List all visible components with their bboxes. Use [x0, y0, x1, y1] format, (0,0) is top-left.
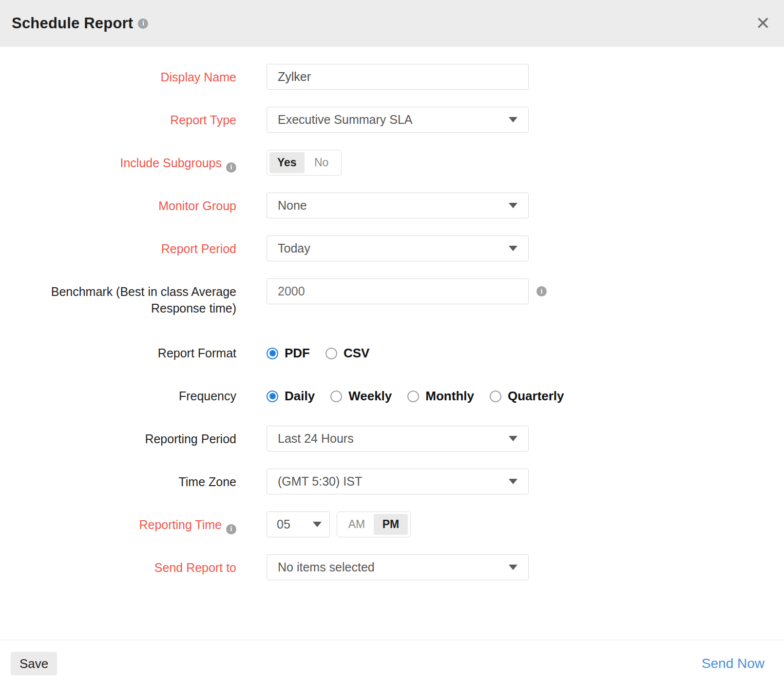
display-name-input[interactable]: Zylker [267, 64, 529, 90]
chevron-down-icon [509, 203, 517, 208]
benchmark-input[interactable]: 2000 [267, 278, 529, 304]
reporting-period-select[interactable]: Last 24 Hours [267, 426, 529, 451]
page-title: Schedule Report [12, 15, 133, 32]
time-zone-label: Time Zone [0, 469, 236, 490]
report-type-row: Report Type Executive Summary SLA [0, 107, 784, 133]
chevron-down-icon [313, 522, 322, 527]
radio-icon [267, 391, 278, 402]
frequency-row: Frequency Daily Weekly Monthly Quarterly [0, 383, 784, 409]
report-format-radios: PDF CSV [267, 340, 369, 361]
radio-icon [407, 391, 419, 402]
include-subgroups-label: Include Subgroupsi [0, 150, 236, 173]
radio-icon [490, 391, 501, 402]
report-type-select[interactable]: Executive Summary SLA [267, 107, 529, 133]
send-report-to-select[interactable]: No items selected [267, 554, 529, 580]
frequency-label: Frequency [0, 383, 236, 404]
report-format-row: Report Format PDF CSV [0, 340, 784, 366]
reporting-period-value: Last 24 Hours [278, 432, 354, 446]
benchmark-value: 2000 [278, 284, 305, 298]
close-icon[interactable]: ✕ [756, 15, 770, 32]
reporting-period-row: Reporting Period Last 24 Hours [0, 426, 784, 451]
display-name-label: Display Name [0, 64, 236, 85]
chevron-down-icon [509, 246, 517, 251]
chevron-down-icon [509, 479, 517, 484]
report-format-pdf-radio[interactable]: PDF [267, 346, 310, 361]
time-zone-value: (GMT 5:30) IST [278, 474, 362, 489]
reporting-time-hour-value: 05 [277, 517, 290, 531]
send-now-link[interactable]: Send Now [702, 656, 765, 671]
reporting-time-hour-select[interactable]: 05 [267, 511, 330, 537]
radio-icon [325, 348, 337, 359]
modal-header: Schedule Report i ✕ [0, 0, 784, 47]
pm-option[interactable]: PM [374, 514, 408, 535]
frequency-quarterly-radio[interactable]: Quarterly [490, 389, 564, 404]
monitor-group-value: None [278, 198, 307, 213]
schedule-report-form: Display Name Zylker Report Type Executiv… [0, 47, 784, 580]
info-icon[interactable]: i [138, 19, 148, 29]
report-period-row: Report Period Today [0, 236, 784, 261]
frequency-monthly-radio[interactable]: Monthly [407, 389, 474, 404]
display-name-value: Zylker [278, 70, 311, 84]
reporting-period-label: Reporting Period [0, 426, 236, 447]
chevron-down-icon [509, 565, 517, 570]
report-period-label: Report Period [0, 236, 236, 257]
info-icon[interactable]: i [536, 286, 547, 296]
include-subgroups-toggle: Yes No [267, 150, 342, 176]
report-format-csv-radio[interactable]: CSV [325, 346, 369, 361]
am-pm-toggle: AM PM [337, 511, 411, 537]
send-report-to-row: Send Report to No items selected [0, 554, 784, 580]
include-subgroups-no[interactable]: No [305, 152, 339, 173]
reporting-time-label: Reporting Timei [0, 511, 236, 534]
report-type-value: Executive Summary SLA [278, 113, 413, 127]
am-option[interactable]: AM [340, 514, 374, 535]
monitor-group-label: Monitor Group [0, 193, 236, 214]
radio-icon [330, 391, 342, 402]
info-icon[interactable]: i [226, 162, 236, 173]
info-icon[interactable]: i [226, 524, 236, 534]
modal-footer: Save Send Now [0, 640, 784, 687]
chevron-down-icon [509, 436, 517, 441]
frequency-daily-radio[interactable]: Daily [267, 389, 315, 404]
display-name-row: Display Name Zylker [0, 64, 784, 90]
include-subgroups-yes[interactable]: Yes [269, 152, 305, 173]
frequency-weekly-radio[interactable]: Weekly [330, 389, 392, 404]
time-zone-select[interactable]: (GMT 5:30) IST [267, 469, 529, 494]
chevron-down-icon [509, 117, 517, 122]
report-type-label: Report Type [0, 107, 236, 128]
benchmark-label: Benchmark (Best in class Average Respons… [0, 278, 236, 316]
radio-icon [267, 348, 278, 359]
report-period-select[interactable]: Today [267, 236, 529, 261]
report-period-value: Today [278, 241, 310, 255]
report-format-label: Report Format [0, 340, 236, 361]
save-button[interactable]: Save [11, 652, 57, 675]
time-zone-row: Time Zone (GMT 5:30) IST [0, 469, 784, 494]
send-report-to-value: No items selected [278, 560, 375, 574]
monitor-group-row: Monitor Group None [0, 193, 784, 218]
benchmark-row: Benchmark (Best in class Average Respons… [0, 278, 784, 316]
frequency-radios: Daily Weekly Monthly Quarterly [267, 383, 564, 404]
reporting-time-row: Reporting Timei 05 AM PM [0, 511, 784, 537]
monitor-group-select[interactable]: None [267, 193, 529, 218]
send-report-to-label: Send Report to [0, 554, 236, 576]
include-subgroups-row: Include Subgroupsi Yes No [0, 150, 784, 176]
